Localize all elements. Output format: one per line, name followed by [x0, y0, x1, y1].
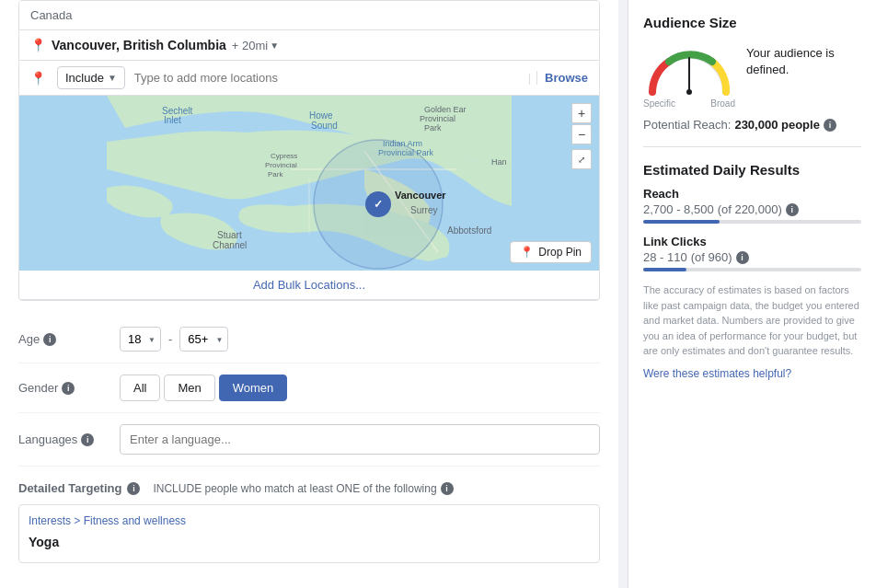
clicks-result-info-icon[interactable]: i: [736, 251, 749, 264]
gender-controls: All Men Women: [120, 375, 287, 401]
clicks-range-value: 28 - 110: [643, 250, 687, 264]
targeting-include-info-icon[interactable]: i: [441, 482, 454, 495]
targeting-breadcrumb[interactable]: Interests > Fitness and wellness: [29, 514, 590, 527]
age-info-icon[interactable]: i: [43, 333, 56, 346]
include-row: 📍 Include ▼ | Browse: [19, 61, 599, 96]
include-label: Include: [65, 71, 104, 85]
clicks-result-item: Link Clicks 28 - 110 (of 960) i: [643, 235, 861, 271]
clicks-result-label: Link Clicks: [643, 235, 861, 248]
city-name: Vancouver, British Columbia: [52, 38, 226, 52]
gender-info-icon[interactable]: i: [62, 382, 75, 395]
age-min-select[interactable]: 18 13 25 35 45 55 65: [120, 327, 161, 352]
reach-range-value: 2,700 - 8,500: [643, 202, 714, 216]
languages-row: Languages i: [18, 413, 600, 467]
reach-result-item: Reach 2,700 - 8,500 (of 220,000) i: [643, 187, 861, 224]
age-row: Age i 18 13 25 35 45 55 65 -: [18, 316, 600, 363]
location-radius: + 20mi: [232, 39, 268, 52]
targeting-info-icon[interactable]: i: [127, 482, 140, 495]
drop-pin-button[interactable]: 📍 Drop Pin: [510, 241, 592, 263]
include-dropdown-button[interactable]: Include ▼: [57, 66, 125, 89]
gender-label: Gender i: [18, 381, 120, 395]
svg-text:Vancouver: Vancouver: [395, 190, 446, 201]
include-dropdown-arrow: ▼: [108, 73, 117, 83]
right-panel: Audience Size: [628, 0, 876, 588]
svg-text:Provincial: Provincial: [265, 161, 297, 169]
map-expand-button[interactable]: ⤢: [571, 149, 592, 169]
reach-result-info-icon[interactable]: i: [786, 203, 799, 216]
svg-text:Golden Ear: Golden Ear: [424, 105, 467, 114]
targeting-header: Detailed Targeting i INCLUDE people who …: [18, 481, 600, 495]
age-max-select[interactable]: 65+ 18 25 35 45 55: [179, 327, 228, 352]
radius-dropdown-icon[interactable]: ▼: [270, 40, 279, 51]
location-search-input[interactable]: [131, 67, 523, 88]
clicks-result-range: 28 - 110 (of 960) i: [643, 250, 861, 264]
location-pin-icon: 📍: [30, 38, 46, 52]
targeting-include-text: INCLUDE people who match at least ONE of…: [153, 482, 453, 495]
svg-text:Sound: Sound: [311, 121, 338, 131]
estimated-title: Estimated Daily Results: [643, 162, 861, 178]
age-min-wrapper: 18 13 25 35 45 55 65: [120, 327, 161, 352]
add-bulk-locations-link[interactable]: Add Bulk Locations...: [19, 271, 599, 300]
svg-text:Park: Park: [268, 170, 283, 179]
svg-text:Cypress: Cypress: [271, 152, 297, 160]
map-zoom-out-button[interactable]: −: [571, 124, 592, 144]
svg-text:✓: ✓: [374, 198, 383, 211]
gauge-container: Specific Broad Your audience isdefined.: [643, 41, 861, 109]
gauge-wrap: [643, 41, 735, 97]
age-separator: -: [168, 332, 172, 346]
reach-of-value: (of 220,000): [718, 202, 782, 216]
gauge-specific-label: Specific: [643, 98, 675, 109]
targeting-label: Detailed Targeting: [18, 481, 121, 495]
svg-text:Park: Park: [424, 123, 442, 133]
estimated-section: Estimated Daily Results Reach 2,700 - 8,…: [643, 162, 861, 380]
age-max-wrapper: 65+ 18 25 35 45 55: [179, 327, 228, 352]
potential-reach-value: 230,000 people: [734, 118, 820, 132]
location-box: Canada 📍 Vancouver, British Columbia + 2…: [18, 0, 600, 301]
reach-bar-fill: [643, 220, 720, 224]
drop-pin-label: Drop Pin: [538, 246, 582, 259]
gauge-broad-label: Broad: [710, 98, 735, 109]
location-type-icon: 📍: [30, 71, 46, 86]
svg-text:Inlet: Inlet: [164, 115, 181, 125]
age-label: Age i: [18, 332, 120, 346]
reach-info-icon[interactable]: i: [824, 119, 836, 132]
svg-text:Stuart: Stuart: [217, 230, 242, 240]
svg-text:Surrey: Surrey: [410, 205, 437, 215]
svg-text:Howe: Howe: [309, 110, 333, 121]
map-container: ✓ Vancouver Surrey Abbotsford Howe Sound…: [19, 96, 599, 271]
gender-row: Gender i All Men Women: [18, 363, 600, 413]
reach-progress-bar: [643, 220, 861, 224]
accuracy-disclaimer-text: The accuracy of estimates is based on fa…: [643, 282, 861, 359]
clicks-bar-fill: [643, 268, 686, 271]
languages-label: Languages i: [18, 432, 120, 446]
audience-size-title: Audience Size: [643, 15, 861, 30]
svg-text:Indian Arm: Indian Arm: [383, 139, 422, 148]
clicks-of-value: (of 960): [691, 250, 732, 264]
drop-pin-icon: 📍: [520, 246, 534, 259]
svg-text:Provincial Park: Provincial Park: [378, 148, 434, 157]
location-row: 📍 Vancouver, British Columbia + 20mi ▼: [19, 30, 599, 61]
helpful-link[interactable]: Were these estimates helpful?: [643, 367, 791, 380]
gauge-svg: [643, 41, 735, 97]
gender-women-button[interactable]: Women: [219, 375, 288, 401]
browse-link[interactable]: Browse: [536, 71, 588, 85]
map-controls: + − ⤢: [571, 103, 592, 169]
svg-text:Channel: Channel: [213, 240, 247, 250]
reach-result-label: Reach: [643, 187, 861, 201]
svg-text:Abbotsford: Abbotsford: [447, 225, 491, 236]
potential-reach-label: Potential Reach:: [643, 118, 731, 132]
gender-men-button[interactable]: Men: [164, 375, 214, 401]
gauge-labels: Specific Broad: [643, 98, 735, 109]
targeting-item: Yoga: [29, 531, 590, 553]
reach-result-range: 2,700 - 8,500 (of 220,000) i: [643, 202, 861, 216]
audience-size-section: Audience Size: [643, 15, 861, 147]
audience-defined-text: Your audience isdefined.: [746, 41, 835, 78]
country-label: Canada: [19, 1, 599, 30]
targeting-box: Interests > Fitness and wellness Yoga: [18, 504, 600, 563]
languages-info-icon[interactable]: i: [81, 433, 94, 446]
gender-all-button[interactable]: All: [120, 375, 160, 401]
age-controls: 18 13 25 35 45 55 65 - 65+ 18 25: [120, 327, 228, 352]
svg-point-27: [686, 89, 692, 95]
language-input[interactable]: [120, 424, 600, 455]
map-zoom-in-button[interactable]: +: [571, 103, 592, 123]
